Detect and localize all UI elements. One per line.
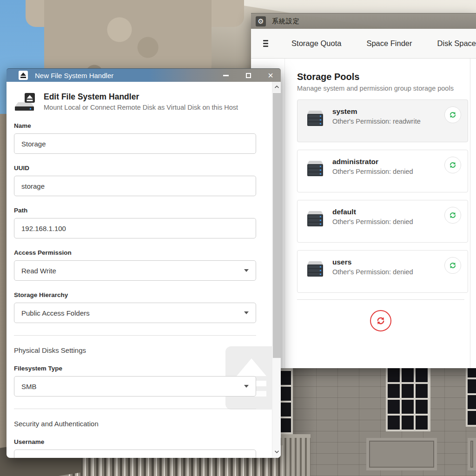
background-relief-panel bbox=[366, 438, 437, 470]
scroll-up-icon bbox=[274, 85, 279, 89]
server-icon bbox=[306, 260, 324, 278]
filesystem-type-label: Filesystem Type bbox=[14, 365, 256, 372]
storage-hierarchy-value: Public Access Folders bbox=[21, 309, 90, 317]
name-field[interactable] bbox=[14, 133, 256, 154]
settings-titlebar[interactable]: ⚙ 系統設定 bbox=[251, 13, 476, 29]
scrollbar-thumb[interactable] bbox=[273, 93, 281, 358]
background-window bbox=[466, 364, 476, 427]
refresh-icon bbox=[449, 161, 457, 169]
path-label: Path bbox=[14, 207, 256, 214]
divider bbox=[14, 409, 256, 409]
maximize-button[interactable] bbox=[245, 72, 252, 79]
close-button[interactable]: × bbox=[267, 72, 274, 79]
page-title: Storage Pools bbox=[297, 72, 464, 82]
background-window bbox=[386, 364, 430, 431]
pool-name: default bbox=[332, 208, 413, 216]
settings-tabs: Storage Quota Space Finder Disk Space bbox=[291, 39, 476, 48]
pool-refresh-button[interactable] bbox=[444, 207, 461, 224]
dialog-heading: Edit File System Handler bbox=[44, 92, 238, 102]
username-field[interactable] bbox=[14, 450, 256, 458]
pool-name: administrator bbox=[332, 158, 413, 166]
refresh-pools-button[interactable] bbox=[370, 310, 391, 331]
physical-disks-section-label: Physical Disks Settings bbox=[14, 346, 256, 354]
refresh-icon bbox=[376, 316, 386, 326]
filesystem-type-select[interactable]: SMB bbox=[14, 376, 256, 397]
pool-refresh-button[interactable] bbox=[444, 157, 461, 173]
tab-space-finder[interactable]: Space Finder bbox=[366, 39, 412, 48]
uuid-label: UUID bbox=[14, 165, 256, 172]
eject-icon bbox=[19, 71, 28, 80]
settings-window-title: 系統設定 bbox=[272, 17, 300, 26]
file-system-handler-dialog: New File System Handler × Edit bbox=[7, 68, 281, 458]
pool-name: users bbox=[332, 258, 413, 266]
refresh-icon bbox=[449, 211, 457, 219]
settings-toolbar: Storage Quota Space Finder Disk Space bbox=[251, 29, 476, 59]
dialog-body: Edit File System Handler Mount Local or … bbox=[7, 82, 281, 458]
scroll-down-button[interactable] bbox=[272, 447, 281, 457]
caret-down-icon bbox=[244, 269, 249, 272]
close-icon: × bbox=[268, 72, 273, 79]
pool-permission: Other's Permission: denied bbox=[332, 168, 413, 175]
background-relief-panel bbox=[468, 438, 476, 470]
security-section-label: Security and Authentication bbox=[14, 420, 256, 428]
tab-storage-quota[interactable]: Storage Quota bbox=[291, 39, 341, 48]
refresh-icon bbox=[449, 261, 457, 270]
disk-icon bbox=[14, 92, 36, 112]
access-permission-label: Access Permission bbox=[14, 249, 256, 256]
handler-form: Edit File System Handler Mount Local or … bbox=[14, 92, 256, 458]
divider bbox=[297, 299, 464, 300]
access-permission-select[interactable]: Read Write bbox=[14, 260, 256, 281]
server-icon bbox=[306, 109, 324, 128]
settings-window: ⚙ 系統設定 Storage Quota Space Finder Disk S… bbox=[251, 13, 476, 368]
storage-hierarchy-label: Storage Hierarchy bbox=[14, 291, 256, 298]
minimize-icon bbox=[223, 75, 229, 76]
filesystem-type-value: SMB bbox=[21, 383, 37, 390]
minimize-button[interactable] bbox=[222, 72, 230, 79]
pool-card-system[interactable]: system Other's Permission: readwrite bbox=[297, 99, 468, 142]
caret-down-icon bbox=[244, 311, 249, 314]
storage-hierarchy-select[interactable]: Public Access Folders bbox=[14, 303, 256, 323]
tab-disk-space[interactable]: Disk Space bbox=[437, 39, 476, 48]
caret-down-icon bbox=[244, 385, 249, 388]
pool-permission: Other's Permission: denied bbox=[332, 268, 413, 276]
gear-icon: ⚙ bbox=[256, 16, 266, 26]
pool-permission: Other's Permission: denied bbox=[332, 218, 413, 225]
page-subtitle: Manage system and permission group stora… bbox=[297, 85, 464, 92]
pool-card-administrator[interactable]: administrator Other's Permission: denied bbox=[297, 150, 468, 192]
path-field[interactable] bbox=[14, 218, 256, 238]
scroll-up-button[interactable] bbox=[272, 82, 281, 92]
pool-permission: Other's Permission: readwrite bbox=[332, 118, 421, 125]
access-permission-value: Read Write bbox=[21, 267, 56, 275]
dialog-titlebar[interactable]: New File System Handler × bbox=[7, 68, 281, 82]
pool-card-default[interactable]: default Other's Permission: denied bbox=[297, 200, 468, 243]
dialog-window-title: New File System Handler bbox=[35, 72, 222, 79]
pool-card-users[interactable]: users Other's Permission: denied bbox=[297, 250, 468, 293]
refresh-icon bbox=[449, 111, 457, 119]
divider bbox=[14, 335, 256, 336]
dialog-scrollbar[interactable] bbox=[272, 82, 281, 458]
settings-content: Storage Pools Manage system and permissi… bbox=[251, 59, 476, 368]
uuid-field[interactable] bbox=[14, 176, 256, 196]
menu-icon[interactable] bbox=[263, 39, 268, 48]
pool-name: system bbox=[332, 107, 421, 116]
server-icon bbox=[306, 159, 324, 178]
pool-refresh-button[interactable] bbox=[444, 257, 461, 274]
scroll-down-icon bbox=[274, 450, 279, 454]
name-label: Name bbox=[14, 122, 256, 129]
maximize-icon bbox=[246, 73, 251, 78]
storage-pools-panel: Storage Pools Manage system and permissi… bbox=[284, 59, 470, 368]
pool-refresh-button[interactable] bbox=[444, 106, 461, 123]
dialog-subtitle: Mount Local or Connect Remote Disk as Vi… bbox=[44, 104, 238, 111]
server-icon bbox=[306, 210, 324, 228]
username-label: Username bbox=[14, 438, 256, 445]
